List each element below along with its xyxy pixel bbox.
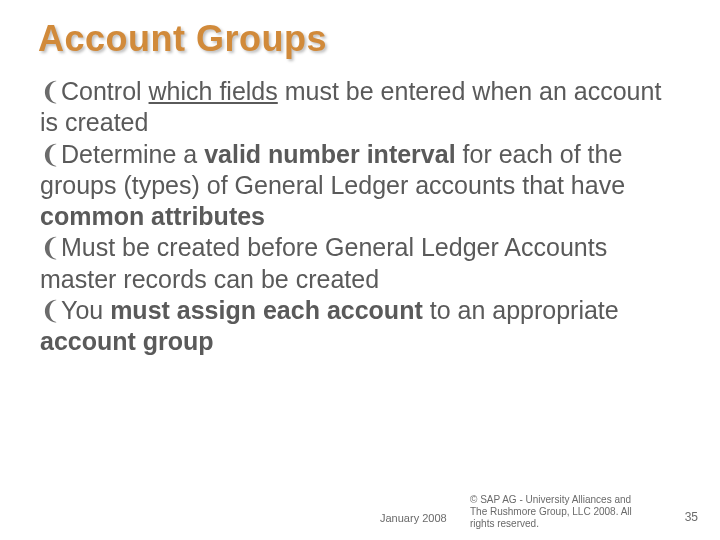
bullet-3: ❨Must be created before General Ledger A… xyxy=(40,232,680,295)
bullet-3-text: Must be created before General Ledger Ac… xyxy=(40,233,607,292)
bullet-glyph-icon: ❨ xyxy=(40,297,61,324)
bullet-glyph-icon: ❨ xyxy=(40,141,61,168)
bullet-1: ❨Control which fields must be entered wh… xyxy=(40,76,680,139)
bullet-1-text-underline: which fields xyxy=(149,77,278,105)
bullet-2-text-bold1: valid number interval xyxy=(204,140,455,168)
bullet-2-text-pre: Determine a xyxy=(61,140,204,168)
footer-date: January 2008 xyxy=(380,512,447,524)
footer-copyright: © SAP AG - University Alliances and The … xyxy=(470,494,640,530)
bullet-4-text-mid: to an appropriate xyxy=(423,296,619,324)
bullet-glyph-icon: ❨ xyxy=(40,78,61,105)
bullet-4: ❨You must assign each account to an appr… xyxy=(40,295,680,358)
bullet-2-text-bold2: common attributes xyxy=(40,202,265,230)
bullet-2: ❨Determine a valid number interval for e… xyxy=(40,139,680,233)
slide: Account Groups ❨Control which fields mus… xyxy=(0,0,720,540)
bullet-4-text-bold1: must assign each account xyxy=(110,296,423,324)
page-number: 35 xyxy=(685,510,698,524)
footer: January 2008 © SAP AG - University Allia… xyxy=(0,484,720,534)
bullet-4-text-bold2: account group xyxy=(40,327,214,355)
bullet-glyph-icon: ❨ xyxy=(40,234,61,261)
bullet-4-text-pre: You xyxy=(61,296,110,324)
bullet-1-text-pre: Control xyxy=(61,77,149,105)
slide-title: Account Groups xyxy=(38,18,327,60)
slide-body: ❨Control which fields must be entered wh… xyxy=(40,76,680,357)
